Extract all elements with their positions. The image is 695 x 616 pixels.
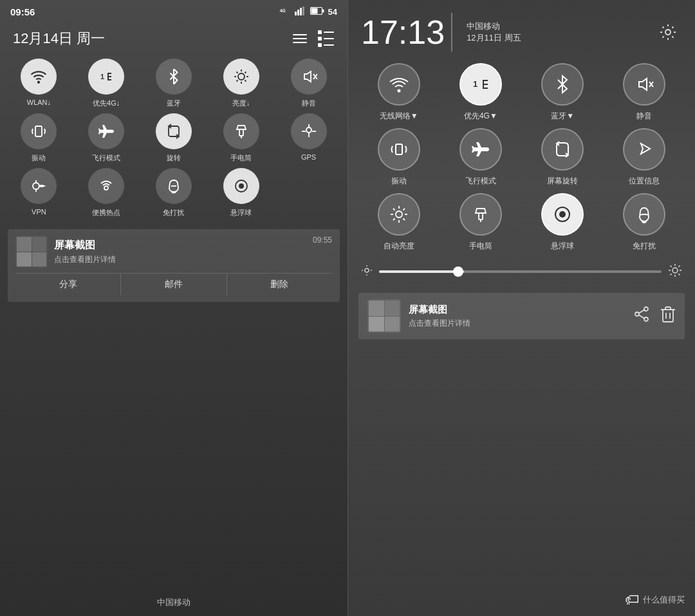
flashlight-label: 手电筒: [230, 153, 252, 163]
right-time-block: 17:13: [361, 15, 445, 49]
brightness-thumb[interactable]: [453, 266, 463, 277]
email-action-button[interactable]: 邮件: [121, 274, 227, 295]
svg-rect-7: [311, 8, 317, 14]
svg-point-64: [672, 268, 678, 273]
right-time: 17:13: [361, 15, 445, 49]
svg-point-39: [398, 90, 400, 92]
right-notification-card[interactable]: 屏幕截图 点击查看图片详情: [358, 293, 685, 339]
quick-item-mute[interactable]: 静音: [277, 59, 340, 108]
floatball-label: 悬浮球: [230, 208, 252, 218]
gps-icon-circle: [291, 113, 327, 149]
quick-item-4g[interactable]: 1 优先4G↓: [75, 59, 138, 108]
quick-item-dnd[interactable]: 免打扰: [143, 168, 205, 218]
brightness-icon-circle: [223, 59, 259, 95]
right-quick-mute[interactable]: 静音: [607, 63, 682, 122]
list-icon-row3: [318, 43, 334, 47]
right-quick-floatball[interactable]: 悬浮球: [525, 193, 600, 252]
quick-item-vpn[interactable]: VPN: [8, 168, 70, 218]
right-flashlight-label: 手电筒: [469, 241, 492, 252]
right-quick-auto-brightness[interactable]: 自动亮度: [361, 193, 436, 252]
svg-rect-4: [302, 6, 304, 15]
battery-icon: [310, 7, 324, 17]
list-icon-row1: [318, 30, 334, 34]
svg-rect-2: [297, 10, 299, 15]
mute-label: 静音: [302, 98, 316, 108]
right-quick-wlan[interactable]: 无线网络▼: [361, 63, 436, 122]
quick-item-floatball[interactable]: 悬浮球: [210, 168, 272, 218]
right-quick-vibrate[interactable]: 振动: [361, 128, 436, 187]
left-notification-card[interactable]: 屏幕截图 点击查看图片详情 09:55 分享 邮件 删除: [8, 229, 340, 302]
settings-button[interactable]: [654, 18, 682, 46]
grid-view-button[interactable]: [291, 30, 309, 48]
right-dnd-label: 免打扰: [633, 241, 656, 252]
quick-item-rotate[interactable]: 旋转: [143, 113, 205, 163]
svg-line-71: [678, 266, 680, 267]
right-airplane-label: 飞行模式: [465, 176, 496, 187]
left-status-icons: 4G 54: [279, 5, 337, 19]
right-4g-circle: 1: [459, 63, 502, 106]
right-notif-text: 屏幕截图 点击查看图片详情: [409, 304, 626, 329]
quick-item-bluetooth[interactable]: 蓝牙: [143, 59, 205, 108]
right-floatball-label: 悬浮球: [551, 241, 574, 252]
right-quick-flashlight[interactable]: 手电筒: [443, 193, 518, 252]
list-icon-row2: [318, 37, 334, 41]
right-mute-label: 静音: [636, 111, 652, 122]
share-action-button[interactable]: 分享: [15, 274, 121, 295]
quick-item-wlan[interactable]: WLAN↓: [8, 59, 70, 108]
brightness-label: 亮度↓: [232, 98, 250, 108]
signal-icon: 4G: [279, 5, 291, 19]
right-quick-rotate[interactable]: 屏幕旋转: [525, 128, 600, 187]
right-quick-4g[interactable]: 1 优先4G▼: [443, 63, 518, 122]
svg-marker-55: [476, 209, 486, 213]
svg-rect-1: [295, 12, 297, 15]
list-view-button[interactable]: [317, 30, 335, 48]
svg-rect-6: [322, 10, 324, 13]
brightness-max-icon: [668, 263, 682, 280]
svg-marker-41: [639, 79, 647, 90]
svg-rect-22: [35, 126, 42, 136]
right-quick-dnd[interactable]: 免打扰: [607, 193, 682, 252]
left-notif-actions: 分享 邮件 删除: [15, 273, 332, 295]
svg-point-74: [644, 317, 648, 321]
right-quick-bluetooth[interactable]: 蓝牙▼: [525, 63, 600, 122]
right-quick-location[interactable]: 位置信息: [607, 128, 682, 187]
left-notif-text: 屏幕截图 点击查看图片详情: [54, 239, 116, 265]
right-delete-button[interactable]: [660, 306, 676, 326]
svg-rect-24: [239, 129, 243, 136]
svg-line-51: [403, 219, 405, 221]
right-footer: 🏷 什么值得买: [625, 592, 685, 608]
wlan-icon-circle: [21, 59, 57, 95]
brightness-fill: [379, 270, 464, 273]
brightness-track[interactable]: [379, 270, 662, 273]
wlan-label: WLAN↓: [27, 98, 51, 106]
quick-item-hotspot[interactable]: 便携热点: [75, 168, 138, 218]
right-header-divider: [451, 13, 452, 51]
network-signal-icon: [295, 6, 306, 17]
right-flashlight-circle: [459, 193, 502, 236]
quick-item-vibrate[interactable]: 振动: [8, 113, 70, 163]
right-notif-action-buttons: [633, 306, 676, 326]
left-notif-subtitle: 点击查看图片详情: [54, 254, 116, 265]
svg-point-73: [644, 307, 648, 311]
left-menu-buttons[interactable]: [291, 30, 335, 48]
svg-marker-19: [304, 71, 311, 82]
quick-item-brightness[interactable]: 亮度↓: [210, 59, 272, 108]
right-4g-label: 优先4G▼: [464, 111, 497, 122]
svg-line-76: [639, 310, 644, 313]
delete-action-button[interactable]: 删除: [227, 274, 332, 295]
flashlight-icon-circle: [223, 113, 259, 149]
bluetooth-icon-circle: [156, 59, 192, 95]
svg-line-72: [671, 274, 672, 275]
quick-item-gps[interactable]: GPS: [277, 113, 340, 163]
right-quick-airplane[interactable]: 飞行模式: [443, 128, 518, 187]
svg-point-37: [239, 183, 244, 189]
footer-logo-label: 什么值得买: [643, 594, 685, 606]
right-share-button[interactable]: [633, 306, 650, 326]
left-notif-left: 屏幕截图 点击查看图片详情: [15, 236, 116, 268]
svg-point-27: [306, 127, 311, 133]
right-location-label: 位置信息: [629, 176, 660, 187]
right-rotate-circle: [541, 128, 584, 171]
svg-text:1: 1: [473, 79, 477, 89]
quick-item-airplane[interactable]: 飞行模式: [75, 113, 138, 163]
quick-item-flashlight[interactable]: 手电筒: [210, 113, 272, 163]
